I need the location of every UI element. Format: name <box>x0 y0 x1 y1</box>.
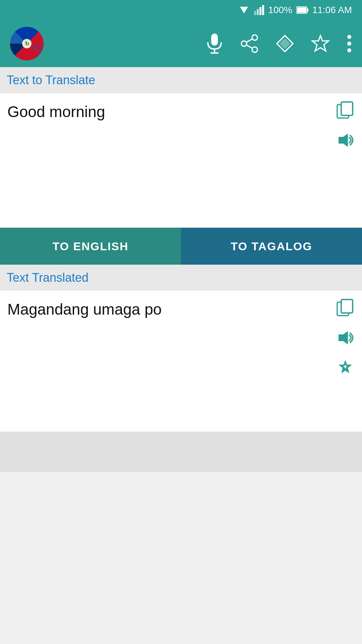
to-tagalog-button[interactable]: TO TAGALOG <box>181 228 362 265</box>
output-area: Magandang umaga po <box>0 291 362 432</box>
erase-icon[interactable] <box>276 34 294 53</box>
bottom-bar <box>0 432 362 472</box>
signal-icon <box>254 5 264 15</box>
speak-input-button[interactable] <box>332 127 359 154</box>
svg-point-22 <box>347 35 351 39</box>
app-logo: ↻ <box>10 27 44 60</box>
svg-point-23 <box>347 42 351 46</box>
svg-rect-30 <box>341 300 353 313</box>
svg-marker-32 <box>339 331 348 344</box>
battery-percent: 100% <box>268 5 292 15</box>
svg-rect-6 <box>307 8 308 12</box>
to-english-button[interactable]: TO ENGLISH <box>0 228 181 265</box>
status-bar: 100% 11:06 AM <box>0 0 362 20</box>
svg-rect-4 <box>262 5 264 15</box>
svg-line-17 <box>246 39 252 42</box>
svg-rect-1 <box>254 11 256 15</box>
translate-buttons-row: TO ENGLISH TO TAGALOG <box>0 228 362 265</box>
output-action-buttons <box>332 294 359 381</box>
svg-rect-7 <box>297 7 306 13</box>
input-area: Good morning <box>0 93 362 228</box>
clock: 11:06 AM <box>312 5 352 15</box>
share-icon[interactable] <box>240 34 259 53</box>
battery-icon <box>296 6 308 14</box>
copy-output-button[interactable] <box>332 294 359 321</box>
input-action-buttons <box>332 97 359 154</box>
svg-rect-2 <box>257 9 259 15</box>
svg-rect-11 <box>211 34 218 46</box>
svg-point-15 <box>241 41 247 46</box>
svg-point-16 <box>252 47 257 52</box>
svg-point-14 <box>252 35 257 40</box>
svg-point-24 <box>347 48 351 52</box>
svg-line-18 <box>246 45 252 48</box>
app-toolbar: ↻ <box>0 20 362 67</box>
input-section-label: Text to Translate <box>0 67 362 93</box>
translated-text: Magandang umaga po <box>0 291 362 432</box>
svg-marker-21 <box>312 36 328 51</box>
more-options-icon[interactable] <box>347 34 352 53</box>
add-favorite-button[interactable] <box>332 355 359 381</box>
svg-marker-0 <box>240 7 248 13</box>
speak-output-button[interactable] <box>332 324 359 351</box>
svg-marker-28 <box>339 133 348 147</box>
output-section-label: Text Translated <box>0 265 362 291</box>
star-icon[interactable] <box>311 34 330 53</box>
mic-icon[interactable] <box>206 34 223 54</box>
source-text-input[interactable]: Good morning <box>0 93 362 227</box>
svg-rect-3 <box>259 7 261 15</box>
svg-text:↻: ↻ <box>25 41 29 47</box>
copy-input-button[interactable] <box>332 97 359 123</box>
wifi-icon <box>238 4 250 16</box>
svg-rect-26 <box>341 102 353 115</box>
